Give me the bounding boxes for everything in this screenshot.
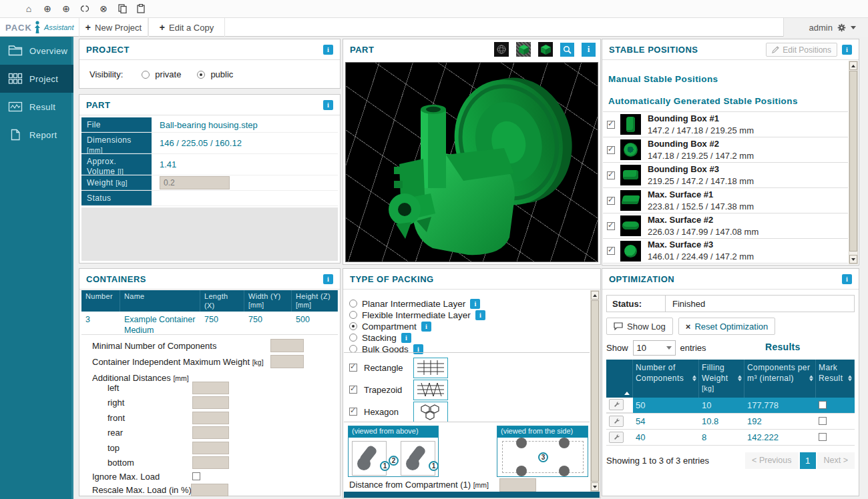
home-icon[interactable]: ⌂ xyxy=(24,3,33,14)
rescale-max-load-input[interactable] xyxy=(191,484,228,496)
current-page-button[interactable]: 1 xyxy=(800,452,816,469)
mark-result-checkbox[interactable] xyxy=(819,433,827,441)
radio-public[interactable] xyxy=(197,71,205,79)
close-icon[interactable]: ⊗ xyxy=(99,3,108,14)
zoom-view-button[interactable] xyxy=(560,43,574,57)
info-icon[interactable]: i xyxy=(323,100,333,110)
distance-compartment-input[interactable] xyxy=(499,478,536,492)
info-icon[interactable]: i xyxy=(582,43,596,57)
position-checkbox[interactable] xyxy=(607,171,615,179)
private-label[interactable]: private xyxy=(155,69,181,79)
result-row[interactable]: 50 10 177.778 xyxy=(606,398,855,414)
position-checkbox[interactable] xyxy=(607,197,615,205)
col-per-m3[interactable]: Components per m³ (internal) xyxy=(744,360,816,398)
distance-input[interactable] xyxy=(192,456,229,469)
packing-option[interactable]: Flexible Intermediate Layer i xyxy=(349,310,485,320)
packing-option[interactable]: Stacking i xyxy=(349,332,411,343)
solid-view-button[interactable] xyxy=(538,42,553,57)
shape-rectangle[interactable]: Rectangle xyxy=(349,357,448,378)
paste-icon[interactable] xyxy=(136,3,146,14)
container-row[interactable]: 3 Example Container Medium 750 750 500 xyxy=(81,312,338,335)
position-checkbox[interactable] xyxy=(607,247,615,255)
distance-input[interactable] xyxy=(192,442,229,454)
wrench-button[interactable] xyxy=(609,416,624,427)
packing-option[interactable]: Compartment i xyxy=(349,321,431,332)
radio[interactable] xyxy=(349,300,357,308)
stable-position-row[interactable]: Bounding Box #3 219.25 / 147.2 / 147.18 … xyxy=(603,162,848,187)
public-label[interactable]: public xyxy=(210,69,233,79)
grid-icon xyxy=(8,73,23,85)
min-components-input[interactable] xyxy=(270,339,304,352)
sort-column-header[interactable] xyxy=(606,360,633,398)
new-project-button[interactable]: + New Project xyxy=(79,18,148,37)
distance-input[interactable] xyxy=(192,412,229,424)
packing-scrollbar[interactable] xyxy=(590,290,600,492)
add-icon[interactable]: ⊕ xyxy=(61,3,71,14)
stable-position-row[interactable]: Bounding Box #2 147.18 / 219.25 / 147.2 … xyxy=(603,137,848,162)
previous-page-button[interactable]: < Previous xyxy=(745,452,798,469)
shape-hexagon[interactable]: Hexagon xyxy=(349,401,448,422)
preview-above: (viewed from above) 1 2 1 xyxy=(348,426,439,477)
info-icon[interactable]: i xyxy=(470,299,480,309)
wrench-button[interactable] xyxy=(609,399,624,410)
col-mark-result[interactable]: Mark Result xyxy=(816,360,855,398)
info-icon[interactable]: i xyxy=(401,333,411,343)
mark-result-checkbox[interactable] xyxy=(819,417,827,425)
trapezoid-checkbox[interactable] xyxy=(349,386,357,394)
distance-input[interactable] xyxy=(192,382,229,394)
speech-bubble-icon xyxy=(614,322,623,330)
edit-positions-button[interactable]: Edit Positions xyxy=(766,43,837,57)
radio[interactable] xyxy=(349,334,357,342)
sidebar-item-result[interactable]: Result xyxy=(0,93,73,121)
stable-position-row[interactable]: Bounding Box #1 147.2 / 147.18 / 219.25 … xyxy=(603,111,848,137)
info-icon[interactable]: i xyxy=(475,310,485,320)
stable-position-row[interactable]: Max. Surface #3 146.01 / 224.49 / 147.2 … xyxy=(603,238,848,264)
info-icon[interactable]: i xyxy=(842,274,852,284)
distance-input[interactable] xyxy=(192,426,229,439)
refresh-icon[interactable] xyxy=(80,3,89,14)
stable-position-row[interactable]: Max. Surface #1 223.81 / 152.5 / 147.38 … xyxy=(603,187,848,213)
stable-position-row[interactable]: Max. Surface #2 226.03 / 147.99 / 147.08… xyxy=(603,213,848,238)
distance-input[interactable] xyxy=(192,396,229,409)
wireframe-view-button[interactable] xyxy=(494,42,509,57)
info-icon[interactable]: i xyxy=(421,322,431,332)
shape-trapezoid[interactable]: Trapezoid xyxy=(349,379,448,400)
result-row[interactable]: 54 10.8 192 xyxy=(606,414,855,430)
ignore-max-load-checkbox[interactable] xyxy=(192,472,200,480)
info-icon[interactable]: i xyxy=(323,45,333,55)
radio-private[interactable] xyxy=(142,71,150,79)
sidebar-item-project[interactable]: Project xyxy=(0,65,73,93)
radio[interactable] xyxy=(349,322,357,330)
stable-scrollbar[interactable] xyxy=(849,61,858,264)
info-icon[interactable]: i xyxy=(842,45,852,55)
radio[interactable] xyxy=(349,311,357,319)
result-row[interactable]: 40 8 142.222 xyxy=(606,430,855,446)
mark-result-checkbox[interactable] xyxy=(819,401,827,409)
info-icon[interactable]: i xyxy=(323,274,333,284)
wrench-button[interactable] xyxy=(609,432,624,443)
rectangle-checkbox[interactable] xyxy=(349,364,357,372)
hexagon-checkbox[interactable] xyxy=(349,408,357,416)
sidebar-item-overview[interactable]: Overview xyxy=(0,37,73,65)
col-components[interactable]: Number of Components xyxy=(633,360,699,398)
next-page-button[interactable]: Next > xyxy=(817,452,855,469)
show-log-button[interactable]: Show Log xyxy=(606,318,673,335)
col-weight[interactable]: Filling Weight [kg] xyxy=(699,360,744,398)
packing-option[interactable]: Planar Intermediate Layer i xyxy=(349,298,480,309)
side-view-diagram: 3 xyxy=(502,441,584,473)
sidebar-item-report[interactable]: Report xyxy=(0,121,73,149)
page-size-select[interactable]: 10 xyxy=(633,340,676,356)
weight-input[interactable] xyxy=(160,176,230,189)
position-checkbox[interactable] xyxy=(607,222,615,230)
reset-optimization-button[interactable]: × Reset Optimization xyxy=(678,318,775,335)
marker-2: 2 xyxy=(389,456,399,466)
3d-viewer[interactable] xyxy=(345,62,598,262)
max-weight-input[interactable] xyxy=(270,355,304,368)
zoom-in-icon[interactable]: ⊕ xyxy=(43,3,52,14)
user-menu[interactable]: admin xyxy=(783,18,868,37)
position-checkbox[interactable] xyxy=(607,121,615,129)
edit-copy-button[interactable]: + Edit a Copy xyxy=(148,18,225,37)
position-checkbox[interactable] xyxy=(607,146,615,154)
copy-icon[interactable] xyxy=(118,3,127,14)
textured-view-button[interactable] xyxy=(516,42,531,57)
